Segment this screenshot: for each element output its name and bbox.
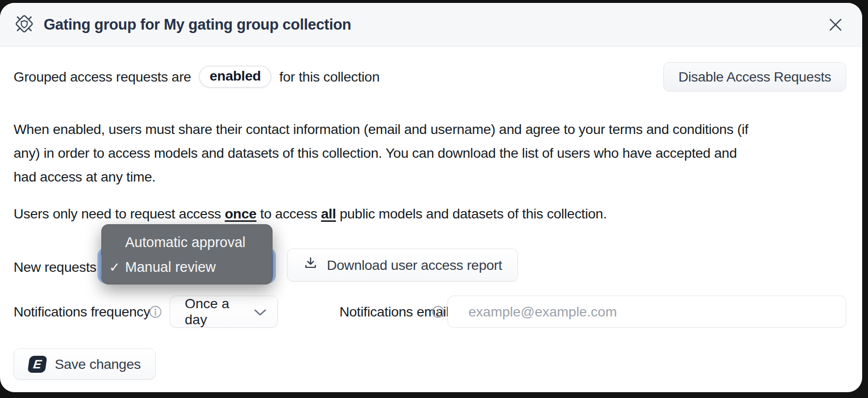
dropdown-option-label: Manual review [125, 259, 216, 275]
info-icon[interactable] [148, 305, 162, 319]
enterprise-icon: E [28, 356, 48, 373]
status-badge: enabled [199, 66, 272, 88]
new-requests-label: New requests: [14, 259, 100, 275]
disable-access-requests-button[interactable]: Disable Access Requests [663, 62, 846, 91]
new-requests-dropdown-menu: Automatic approval ✓ Manual review [101, 224, 273, 284]
notifications-frequency-select[interactable]: Once a day [170, 296, 278, 328]
note-text: Users only need to request access once t… [14, 206, 838, 222]
note-part3: public models and datasets of this colle… [336, 206, 607, 221]
download-user-access-report-button[interactable]: Download user access report [287, 249, 518, 282]
gate-icon [13, 12, 36, 37]
status-row: Grouped access requests are enabled for … [14, 62, 846, 91]
save-button-label: Save changes [55, 356, 141, 372]
status-text-before: Grouped access requests are [14, 69, 191, 85]
note-emph-all: all [321, 206, 336, 221]
close-button[interactable] [826, 16, 845, 34]
close-icon [829, 25, 842, 33]
notifications-row: Notifications frequency Once a day Notif… [0, 295, 862, 328]
status-text-after: for this collection [279, 69, 380, 85]
checkmark-icon: ✓ [109, 260, 120, 275]
dropdown-option-manual-review[interactable]: ✓ Manual review [102, 255, 272, 280]
frequency-value: Once a day [185, 296, 254, 328]
gating-group-dialog: Gating group for My gating group collect… [0, 3, 862, 392]
download-icon [303, 256, 318, 274]
note-part1: Users only need to request access [14, 206, 225, 221]
dialog-header: Gating group for My gating group collect… [0, 3, 862, 47]
notifications-email-input[interactable] [448, 296, 846, 328]
save-changes-button[interactable]: E Save changes [14, 348, 156, 380]
note-emph-once: once [225, 206, 256, 221]
info-icon[interactable] [431, 305, 445, 319]
download-button-label: Download user access report [327, 257, 502, 273]
dropdown-option-label: Automatic approval [125, 234, 245, 250]
notifications-frequency-label: Notifications frequency [14, 295, 150, 328]
chevron-down-icon [254, 304, 267, 320]
description-text: When enabled, users must share their con… [14, 117, 752, 189]
note-part2: to access [257, 206, 321, 221]
dialog-title: Gating group for My gating group collect… [44, 16, 351, 33]
dropdown-option-automatic-approval[interactable]: Automatic approval [102, 230, 272, 255]
